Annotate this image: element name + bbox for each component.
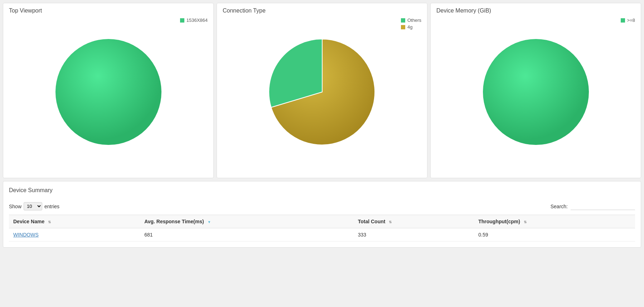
- entries-label: entries: [44, 204, 59, 209]
- table-header-row: Device Name ⇅ Avg. Response Time(ms) ▼ T…: [9, 215, 635, 228]
- col-device-name-sort: ⇅: [48, 220, 51, 224]
- charts-container: Top Viewport 1536X864 Connection Type: [0, 0, 644, 181]
- col-avg-response[interactable]: Avg. Response Time(ms) ▼: [140, 215, 354, 228]
- entries-select[interactable]: 10 25 50 100: [24, 202, 42, 210]
- col-throughput-sort: ⇅: [524, 220, 527, 224]
- viewport-legend-color-0: [180, 18, 184, 23]
- viewport-legend: 1536X864: [180, 18, 208, 23]
- connection-pie-svg: [268, 38, 376, 146]
- connection-legend-item-0: Others: [401, 18, 421, 23]
- viewport-chart-panel: Top Viewport 1536X864: [3, 3, 214, 178]
- memory-legend: >=8: [621, 18, 635, 23]
- show-label: Show: [9, 204, 21, 209]
- section-title: Device Summary: [9, 187, 635, 196]
- col-throughput[interactable]: Throughput(cpm) ⇅: [474, 215, 635, 228]
- cell-total-count: 333: [354, 228, 474, 242]
- show-entries-control: Show 10 25 50 100 entries: [9, 202, 59, 210]
- cell-avg-response: 681: [140, 228, 354, 242]
- viewport-legend-item-0: 1536X864: [180, 18, 208, 23]
- memory-legend-color-0: [621, 18, 625, 23]
- col-device-name[interactable]: Device Name ⇅: [9, 215, 140, 228]
- memory-pie-svg: [482, 38, 590, 146]
- connection-legend-label-1: 4g: [407, 24, 412, 30]
- col-avg-response-sort: ▼: [208, 220, 211, 224]
- memory-chart-area: [436, 17, 635, 167]
- col-throughput-label: Throughput(cpm): [478, 219, 520, 224]
- col-total-count[interactable]: Total Count ⇅: [354, 215, 474, 228]
- connection-legend-label-0: Others: [407, 18, 421, 23]
- connection-legend-color-0: [401, 18, 405, 23]
- cell-device-name: WINDOWS: [9, 228, 140, 242]
- search-input[interactable]: [571, 203, 635, 210]
- connection-legend-item-1: 4g: [401, 24, 421, 30]
- connection-chart-panel: Connection Type Others 4g: [217, 3, 427, 178]
- col-total-count-sort: ⇅: [389, 220, 392, 224]
- connection-chart-area: [223, 17, 421, 167]
- table-controls: Show 10 25 50 100 entries Search:: [9, 202, 635, 210]
- col-avg-response-label: Avg. Response Time(ms): [144, 219, 204, 224]
- memory-legend-label-0: >=8: [627, 18, 635, 23]
- search-box: Search:: [551, 203, 635, 210]
- svg-point-0: [55, 39, 161, 145]
- device-table: Device Name ⇅ Avg. Response Time(ms) ▼ T…: [9, 215, 635, 242]
- search-label: Search:: [551, 204, 568, 209]
- connection-legend: Others 4g: [401, 18, 421, 30]
- viewport-chart-area: [9, 17, 208, 167]
- memory-legend-item-0: >=8: [621, 18, 635, 23]
- col-total-count-label: Total Count: [358, 219, 386, 224]
- connection-legend-color-1: [401, 25, 405, 29]
- connection-chart-title: Connection Type: [223, 8, 421, 14]
- device-summary-section: Device Summary Show 10 25 50 100 entries…: [3, 181, 641, 248]
- memory-chart-title: Device Memory (GiB): [436, 8, 635, 14]
- col-device-name-label: Device Name: [13, 219, 44, 224]
- viewport-pie-svg: [55, 38, 162, 146]
- memory-chart-panel: Device Memory (GiB) >=8: [430, 3, 641, 178]
- device-name-link[interactable]: WINDOWS: [13, 232, 39, 238]
- cell-throughput: 0.59: [474, 228, 635, 242]
- viewport-chart-title: Top Viewport: [9, 8, 208, 14]
- viewport-legend-label-0: 1536X864: [187, 18, 208, 23]
- svg-point-1: [483, 39, 589, 145]
- table-row: WINDOWS 681 333 0.59: [9, 228, 635, 242]
